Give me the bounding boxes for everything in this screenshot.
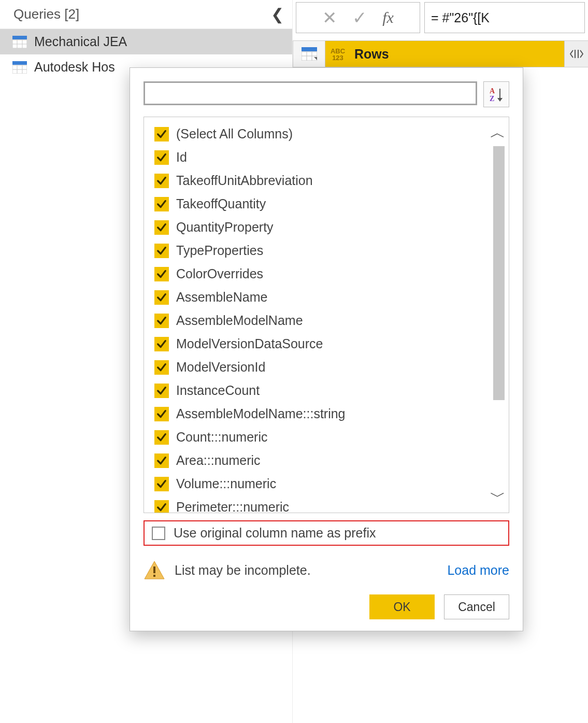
column-name[interactable]: Rows — [350, 41, 564, 67]
column-checkbox[interactable] — [154, 290, 169, 305]
prefix-checkbox[interactable] — [152, 527, 165, 540]
column-option-label: Volume:::numeric — [176, 476, 276, 491]
column-checkbox[interactable] — [154, 314, 169, 328]
column-checkbox[interactable] — [154, 267, 169, 281]
column-option[interactable]: Area:::numeric — [154, 449, 483, 472]
column-checkbox[interactable] — [154, 337, 169, 351]
svg-rect-0 — [12, 36, 27, 39]
column-checkbox[interactable] — [154, 220, 169, 235]
column-option-label: TypeProperties — [176, 243, 263, 258]
expand-column-button[interactable] — [564, 41, 588, 67]
load-more-link[interactable]: Load more — [447, 563, 509, 578]
warning-text: List may be incomplete. — [175, 563, 438, 578]
column-option[interactable]: Volume:::numeric — [154, 472, 483, 495]
column-option[interactable]: AssembleModelName:::string — [154, 402, 483, 426]
column-option-label: ModelVersionDataSource — [176, 336, 323, 351]
popup-button-row: OK Cancel — [144, 594, 509, 619]
table-icon — [12, 61, 27, 74]
column-option[interactable]: QuantityProperty — [154, 216, 483, 239]
column-option[interactable]: TakeoffUnitAbbreviation — [154, 169, 483, 192]
column-option-label: QuantityProperty — [176, 220, 274, 235]
column-checkbox[interactable] — [154, 150, 169, 165]
formula-bar-actions: ✕ ✓ fx — [296, 2, 420, 33]
column-checkbox[interactable] — [154, 174, 169, 188]
column-option[interactable]: AssembleName — [154, 286, 483, 309]
svg-marker-21 — [497, 98, 503, 102]
column-option-label: Perimeter:::numeric — [176, 500, 289, 513]
columns-list: (Select All Columns)IdTakeoffUnitAbbrevi… — [144, 117, 487, 513]
column-option-label: InstanceCount — [176, 383, 260, 398]
ok-button[interactable]: OK — [369, 594, 435, 619]
column-option[interactable]: ModelVersionDataSource — [154, 332, 483, 356]
column-option[interactable]: (Select All Columns) — [154, 122, 483, 146]
query-item-mechanical-jea[interactable]: Mechanical JEA — [0, 29, 292, 54]
column-option[interactable]: InstanceCount — [154, 379, 483, 402]
column-option[interactable]: ColorOverrides — [154, 262, 483, 286]
column-option[interactable]: Count:::numeric — [154, 426, 483, 449]
fx-icon[interactable]: fx — [382, 9, 394, 26]
scroll-up-icon[interactable]: ︿ — [490, 122, 506, 144]
column-option-label: ColorOverrides — [176, 266, 263, 281]
column-option[interactable]: Id — [154, 146, 483, 169]
prefix-label: Use original column name as prefix — [174, 526, 376, 541]
column-option[interactable]: AssembleModelName — [154, 309, 483, 332]
column-option[interactable]: ModelVersionId — [154, 356, 483, 379]
columns-list-box: (Select All Columns)IdTakeoffUnitAbbrevi… — [144, 117, 509, 513]
svg-rect-5 — [12, 61, 27, 65]
column-option-label: Area:::numeric — [176, 453, 261, 468]
column-checkbox[interactable] — [154, 127, 169, 141]
svg-rect-23 — [153, 566, 155, 573]
column-option-label: AssembleModelName:::string — [176, 406, 346, 421]
column-type-icon[interactable]: ABC 123 — [325, 41, 350, 67]
column-option[interactable]: TakeoffQuantity — [154, 192, 483, 216]
column-option-label: Id — [176, 150, 187, 165]
column-checkbox[interactable] — [154, 453, 169, 468]
queries-title: Queries [2] — [13, 6, 79, 22]
column-option-label: ModelVersionId — [176, 360, 265, 375]
column-checkbox[interactable] — [154, 384, 169, 398]
column-option-label: TakeoffUnitAbbreviation — [176, 173, 313, 188]
column-option-label: AssembleModelName — [176, 313, 303, 328]
column-checkbox[interactable] — [154, 244, 169, 258]
column-option-label: (Select All Columns) — [176, 126, 293, 141]
table-icon — [12, 36, 27, 48]
commit-formula-icon[interactable]: ✓ — [352, 7, 367, 28]
collapse-pane-icon[interactable]: ❮ — [271, 5, 286, 23]
svg-rect-10 — [302, 47, 317, 51]
queries-header: Queries [2] ❮ — [0, 0, 292, 29]
cancel-button[interactable]: Cancel — [444, 594, 509, 619]
scroll-down-icon[interactable]: ﹀ — [490, 486, 506, 507]
formula-text: = #"26"{[K — [431, 10, 490, 25]
query-item-label: Mechanical JEA — [34, 34, 127, 49]
svg-text:A: A — [490, 87, 495, 95]
column-checkbox[interactable] — [154, 407, 169, 421]
scrollbar-thumb[interactable] — [493, 146, 505, 400]
cancel-formula-icon[interactable]: ✕ — [322, 7, 337, 28]
formula-input[interactable]: = #"26"{[K — [424, 2, 585, 33]
column-header-row: ABC 123 Rows — [293, 40, 588, 67]
column-checkbox[interactable] — [154, 430, 169, 445]
expand-columns-popup: A Z (Select All Columns)IdTakeoffUnitAbb… — [130, 67, 523, 631]
sort-az-button[interactable]: A Z — [483, 81, 509, 107]
column-checkbox[interactable] — [154, 197, 169, 211]
column-option[interactable]: TypeProperties — [154, 239, 483, 262]
svg-rect-24 — [153, 575, 155, 577]
column-checkbox[interactable] — [154, 477, 169, 491]
svg-text:Z: Z — [490, 95, 494, 102]
prefix-option-row[interactable]: Use original column name as prefix — [144, 520, 509, 546]
column-option-label: TakeoffQuantity — [176, 196, 266, 211]
warning-icon — [144, 560, 165, 580]
query-item-label: Autodesk Hos — [34, 60, 115, 75]
column-option[interactable]: Perimeter:::numeric — [154, 495, 483, 513]
column-checkbox[interactable] — [154, 360, 169, 375]
warning-row: List may be incomplete. Load more — [144, 560, 509, 580]
formula-bar: ✕ ✓ fx = #"26"{[K — [293, 0, 588, 37]
column-search-input[interactable] — [144, 81, 477, 105]
table-selector-button[interactable] — [293, 41, 325, 67]
column-checkbox[interactable] — [154, 500, 169, 513]
columns-scrollbar[interactable]: ︿ ﹀ — [487, 117, 509, 513]
column-option-label: Count:::numeric — [176, 430, 267, 445]
column-option-label: AssembleName — [176, 290, 267, 305]
